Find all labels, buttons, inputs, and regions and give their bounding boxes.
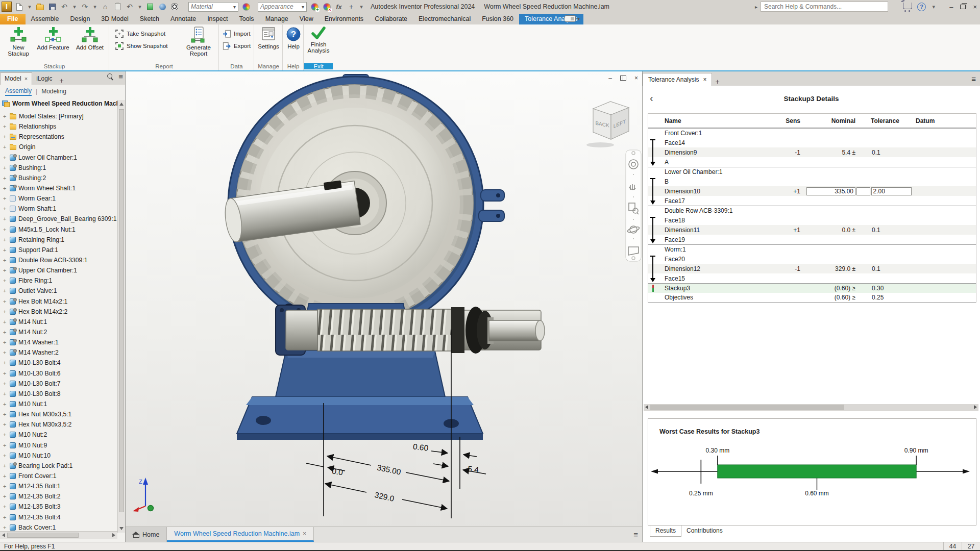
save-button[interactable] bbox=[47, 2, 57, 11]
expander-icon[interactable]: + bbox=[3, 227, 9, 233]
expander-icon[interactable]: + bbox=[3, 319, 9, 325]
column-tolerance[interactable]: Tolerance bbox=[855, 117, 912, 124]
tree-item-m14-nut-2[interactable]: +M14 Nut:2 bbox=[0, 327, 117, 337]
material-select[interactable]: Material ▾ bbox=[188, 2, 238, 12]
column-sens[interactable]: Sens bbox=[770, 117, 800, 124]
group-label-data[interactable]: Data bbox=[219, 63, 254, 69]
scroll-up-icon[interactable] bbox=[119, 103, 124, 106]
table-row-objectives[interactable]: Objectives(0.60) ≥0.25 bbox=[648, 293, 976, 303]
tree-item-hex-nut-m30x3-5-2[interactable]: +Hex Nut M30x3,5:2 bbox=[0, 419, 117, 430]
scroll-right-icon[interactable] bbox=[112, 533, 115, 537]
table-row-face17[interactable]: Face17 bbox=[648, 196, 976, 206]
table-row-a[interactable]: A bbox=[648, 157, 976, 167]
tree-item-m14-nut-1[interactable]: +M14 Nut:1 bbox=[0, 317, 117, 327]
take-snapshot-button[interactable]: Take Snapshot bbox=[115, 29, 165, 39]
expander-icon[interactable]: + bbox=[3, 463, 9, 469]
expander-icon[interactable]: + bbox=[3, 339, 9, 345]
tree-item-representations[interactable]: +Representations bbox=[0, 132, 117, 142]
doc-tab-home[interactable]: Home bbox=[126, 527, 167, 542]
ribbon-tab-electromechanical[interactable]: Electromechanical bbox=[413, 14, 476, 24]
group-label-manage[interactable]: Manage bbox=[255, 63, 282, 69]
expander-icon[interactable]: + bbox=[3, 493, 9, 499]
scroll-left-icon[interactable] bbox=[2, 533, 5, 537]
ribbon-tab-assemble[interactable]: Assemble bbox=[26, 14, 65, 24]
table-row-dimension12[interactable]: Dimension12-1329.0 ±0.1 bbox=[648, 264, 976, 273]
expander-icon[interactable]: + bbox=[3, 175, 9, 181]
expander-icon[interactable]: + bbox=[3, 411, 9, 417]
home-view-button[interactable]: ⌂ bbox=[101, 2, 110, 11]
scroll-down-icon[interactable] bbox=[119, 527, 124, 530]
expander-icon[interactable]: + bbox=[3, 453, 9, 459]
return-caret[interactable]: ▾ bbox=[137, 2, 142, 11]
expander-icon[interactable]: + bbox=[3, 155, 9, 161]
help-caret-icon[interactable]: ▾ bbox=[931, 2, 936, 11]
tree-item-bearing-lock-pad-1[interactable]: +Bearing Lock Pad:1 bbox=[0, 461, 117, 471]
new-stackup-button[interactable]: New Stackup bbox=[2, 27, 35, 60]
browser-menu-icon[interactable]: ≡ bbox=[118, 73, 123, 80]
tree-item-m10-nut-10[interactable]: +M10 Nut:10 bbox=[0, 450, 117, 461]
view-cube[interactable]: BACK LEFT bbox=[586, 102, 629, 147]
expander-icon[interactable]: + bbox=[3, 349, 9, 356]
navigation-toolbar[interactable] bbox=[626, 150, 641, 261]
expander-icon[interactable]: + bbox=[3, 267, 9, 273]
expander-icon[interactable]: + bbox=[3, 381, 9, 387]
parameters-button[interactable]: fx bbox=[334, 2, 344, 11]
add-offset-button[interactable]: Add Offset bbox=[74, 27, 106, 60]
expander-icon[interactable]: + bbox=[3, 329, 9, 335]
ribbon-tab-file[interactable]: File bbox=[0, 14, 26, 24]
return-button[interactable]: ↶ bbox=[125, 2, 134, 11]
undo-button[interactable]: ↶ bbox=[60, 2, 69, 11]
app-store-cart-icon[interactable] bbox=[903, 3, 912, 9]
browser-vertical-scrollbar[interactable] bbox=[117, 100, 125, 533]
close-button[interactable]: × bbox=[973, 3, 977, 11]
table-row-front-cover-1[interactable]: Front Cover:1 bbox=[648, 128, 976, 138]
table-row-stackup3[interactable]: Stackup3(0.60) ≥0.30 bbox=[648, 283, 976, 293]
tree-item-m10-l30-bolt-7[interactable]: +M10-L30 Bolt:7 bbox=[0, 379, 117, 389]
show-snapshot-button[interactable]: Show Snapshot bbox=[115, 41, 168, 51]
new-file-caret[interactable]: ▾ bbox=[27, 2, 32, 11]
browser-tab-ilogic[interactable]: iLogic bbox=[32, 73, 56, 85]
tree-item-lower-oil-chamber-1[interactable]: +Lower Oil Chamber:1 bbox=[0, 153, 117, 163]
tree-item-m10-l30-bolt-8[interactable]: +M10-L30 Bolt:8 bbox=[0, 389, 117, 399]
tree-item-m14-washer-2[interactable]: +M14 Washer:2 bbox=[0, 347, 117, 358]
panel-dock-control[interactable]: ▾ bbox=[565, 15, 580, 22]
column-datum[interactable]: Datum bbox=[912, 117, 976, 124]
tree-item-worm-wheel-shaft-1[interactable]: +Worm Wheel Shaft:1 bbox=[0, 183, 117, 193]
expander-icon[interactable]: + bbox=[3, 257, 9, 263]
finish-analysis-button[interactable]: Finish Analysis bbox=[302, 27, 335, 60]
open-file-button[interactable] bbox=[35, 2, 44, 11]
tree-item-m10-nut-2[interactable]: +M10 Nut:2 bbox=[0, 430, 117, 440]
expander-icon[interactable]: + bbox=[3, 309, 9, 315]
redo-caret[interactable]: ▾ bbox=[92, 2, 97, 11]
search-icon[interactable] bbox=[107, 73, 113, 80]
tree-item-worm-gear-1[interactable]: +Worm Gear:1 bbox=[0, 193, 117, 204]
table-row-face20[interactable]: Face20 bbox=[648, 254, 976, 264]
tree-item-m10-nut-9[interactable]: +M10 Nut:9 bbox=[0, 440, 117, 450]
scroll-thumb[interactable] bbox=[119, 109, 124, 512]
expander-icon[interactable]: + bbox=[3, 165, 9, 171]
table-row-face15[interactable]: Face15 bbox=[648, 273, 976, 283]
minimize-button[interactable]: – bbox=[949, 3, 953, 11]
tree-item-relationships[interactable]: +Relationships bbox=[0, 121, 117, 132]
expander-icon[interactable]: + bbox=[3, 401, 9, 407]
sphere-button[interactable] bbox=[158, 2, 167, 11]
material-wheel-button[interactable] bbox=[241, 2, 251, 11]
table-row-face18[interactable]: Face18 bbox=[648, 215, 976, 225]
column-nominal[interactable]: Nominal bbox=[800, 117, 855, 124]
tree-root[interactable]: Worm Wheel Speed Reduction Machine bbox=[2, 100, 118, 107]
tree-item-m10-l30-bolt-6[interactable]: +M10-L30 Bolt:6 bbox=[0, 368, 117, 379]
add-feature-button[interactable]: Add Feature bbox=[37, 27, 69, 60]
pattern-button[interactable] bbox=[170, 2, 179, 11]
panel-tab-tolerance-analysis[interactable]: Tolerance Analysis × bbox=[643, 73, 712, 86]
expander-icon[interactable]: + bbox=[3, 195, 9, 202]
browser-tab-model[interactable]: Model × bbox=[0, 72, 32, 85]
nominal-input[interactable]: 335.00 bbox=[806, 187, 855, 195]
column-name[interactable]: Name bbox=[657, 117, 770, 124]
close-icon[interactable]: × bbox=[24, 76, 28, 82]
table-row-dimension11[interactable]: Dimension11+10.0 ±0.1 bbox=[648, 225, 976, 235]
ribbon-tab-3d-model[interactable]: 3D Model bbox=[95, 14, 134, 24]
tab-results[interactable]: Results bbox=[650, 525, 681, 537]
expander-icon[interactable]: + bbox=[3, 144, 9, 150]
expander-icon[interactable]: + bbox=[3, 483, 9, 489]
ribbon-tab-fusion-360[interactable]: Fusion 360 bbox=[476, 14, 519, 24]
